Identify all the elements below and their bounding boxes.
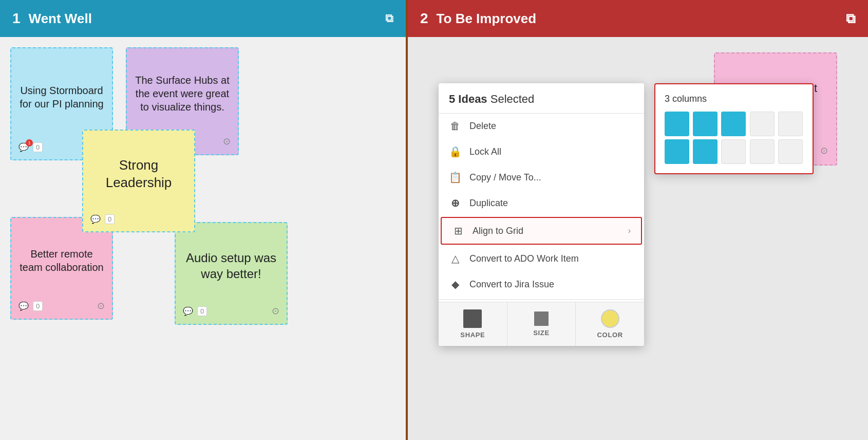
sticky-text-yellow: Strong Leadership (90, 138, 187, 210)
toolbar-size-label: SIZE (533, 329, 550, 337)
grid-cell-6[interactable] (693, 139, 718, 164)
sticky-footer-pink: 💬 0 ⊙ (18, 300, 105, 311)
sticky-footer-green: 💬 0 ⊙ (183, 305, 279, 317)
column-header-to-be-improved: 2 To Be Improved ⧉ (408, 0, 868, 37)
chat-icon-green: 💬 (183, 306, 193, 316)
context-menu: 5 Ideas Selected 🗑 Delete 🔒 Lock All 📋 C… (439, 83, 644, 346)
chat-icon-pink: 💬 (18, 301, 29, 311)
count-badge-pink: 0 (33, 301, 43, 311)
count-badge-blue: 0 (33, 142, 43, 152)
grid-cell-0[interactable] (665, 112, 689, 136)
context-menu-header-rest: Selected (487, 93, 535, 105)
sticky-text-blue: Using Stormboard for our PI planning (18, 56, 105, 138)
grid-cell-9[interactable] (778, 139, 803, 164)
menu-item-convert-ado[interactable]: △ Convert to ADO Work Item (439, 246, 644, 271)
check-purple: ⊙ (223, 136, 231, 147)
column-number-right: 2 (420, 10, 428, 27)
toolbar-size[interactable]: SIZE (507, 302, 576, 346)
ado-icon: △ (449, 252, 461, 265)
menu-item-align-to-grid[interactable]: ⊞ Align to Grid › (441, 217, 642, 245)
sticky-text-green: Audio setup was way better! (183, 230, 279, 301)
grid-cell-7[interactable] (721, 139, 746, 164)
edit-icon-left[interactable]: ⧉ (385, 12, 393, 25)
menu-divider (439, 299, 644, 300)
sticky-text-purple: The Surface Hubs at the event were great… (134, 56, 231, 132)
color-icon (601, 309, 619, 328)
column-title-right: To Be Improved (437, 11, 537, 27)
chat-icon-yellow: 💬 (90, 214, 101, 224)
count-badge-green: 0 (197, 306, 207, 316)
menu-item-copy-move[interactable]: 📋 Copy / Move To... (439, 164, 644, 190)
grid-cell-4[interactable] (778, 112, 803, 136)
copy-icon: 📋 (449, 171, 461, 184)
menu-item-lock-all[interactable]: 🔒 Lock All (439, 139, 644, 164)
column-number-left: 1 (12, 10, 21, 27)
column-went-well: 1 Went Well ⧉ Using Stormboard for our P… (0, 0, 406, 440)
column-header-went-well: 1 Went Well ⧉ (0, 0, 406, 37)
menu-item-convert-jira[interactable]: ◆ Convert to Jira Issue (439, 271, 644, 297)
sticky-pink[interactable]: Better remote team collaboration 💬 0 ⊙ (10, 217, 113, 320)
sticky-yellow[interactable]: Strong Leadership 💬 0 (82, 130, 195, 232)
check-green: ⊙ (272, 305, 279, 317)
column-to-be-improved: 2 To Be Improved ⧉ Would rather hot lunc… (408, 0, 868, 440)
grid-panel: 3 columns (654, 83, 814, 174)
toolbar-color[interactable]: COLOR (576, 302, 644, 346)
check-right-pink: ⊙ (820, 145, 828, 156)
grid-cell-1[interactable] (693, 112, 718, 136)
menu-item-duplicate[interactable]: ⊕ Duplicate (439, 190, 644, 216)
sticky-footer-yellow: 💬 0 (90, 214, 187, 224)
edit-icon-right[interactable]: ⧉ (846, 11, 856, 27)
notif-dot-blue: 1 (26, 139, 33, 146)
lock-icon: 🔒 (449, 145, 461, 158)
chevron-icon-align: › (628, 226, 631, 235)
column-body-left: Using Stormboard for our PI planning 💬 1… (0, 37, 406, 440)
grid-panel-title: 3 columns (665, 94, 803, 104)
column-body-right: Would rather hot lunches than sandwiches… (408, 37, 868, 440)
menu-label-align-to-grid: Align to Grid (473, 226, 523, 236)
duplicate-icon: ⊕ (449, 197, 461, 209)
sticky-text-pink: Better remote team collaboration (18, 225, 105, 296)
toolbar-shape-label: SHAPE (460, 331, 485, 339)
toolbar-shape[interactable]: SHAPE (439, 302, 507, 346)
context-menu-count: 5 Ideas (449, 93, 487, 105)
menu-item-delete[interactable]: 🗑 Delete (439, 114, 644, 139)
column-divider (406, 0, 408, 440)
menu-label-convert-ado: Convert to ADO Work Item (469, 253, 579, 264)
check-pink: ⊙ (97, 300, 105, 311)
count-badge-yellow: 0 (105, 214, 115, 224)
grid-cell-3[interactable] (750, 112, 775, 136)
align-grid-icon: ⊞ (452, 225, 464, 237)
grid-cell-5[interactable] (665, 139, 689, 164)
grid-cells-container (665, 112, 803, 164)
chat-icon-blue: 💬 1 (18, 142, 29, 152)
menu-label-copy-move: Copy / Move To... (469, 172, 541, 183)
context-menu-header: 5 Ideas Selected (439, 83, 644, 114)
menu-label-delete: Delete (469, 121, 496, 132)
shape-icon (463, 309, 482, 328)
menu-label-lock-all: Lock All (469, 146, 501, 157)
sticky-green[interactable]: Audio setup was way better! 💬 0 ⊙ (175, 222, 288, 325)
column-title-left: Went Well (29, 11, 92, 27)
grid-cell-8[interactable] (750, 139, 775, 164)
context-menu-toolbar: SHAPE SIZE COLOR (439, 302, 644, 346)
menu-label-convert-jira: Convert to Jira Issue (469, 279, 554, 290)
grid-cell-2[interactable] (721, 112, 746, 136)
delete-icon: 🗑 (449, 120, 461, 132)
size-icon (534, 311, 549, 326)
menu-label-duplicate: Duplicate (469, 198, 508, 209)
jira-icon: ◆ (449, 278, 461, 290)
toolbar-color-label: COLOR (597, 331, 623, 339)
